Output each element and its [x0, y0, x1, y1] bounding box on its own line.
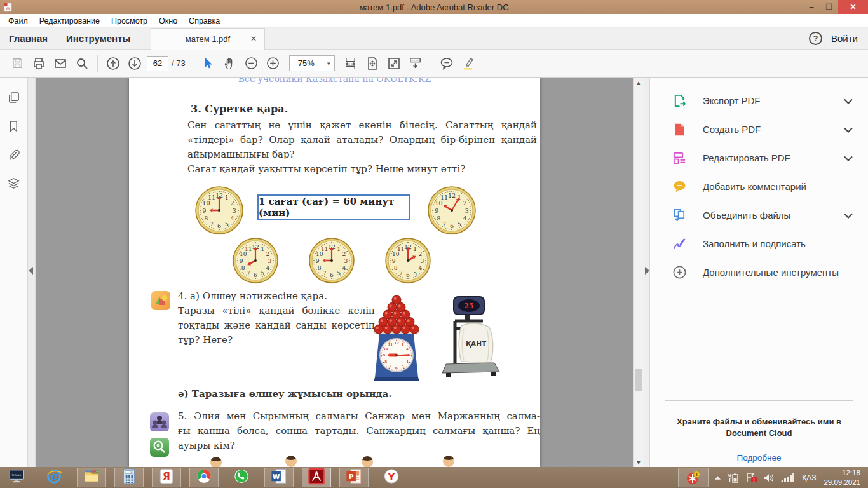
show-hidden-icons[interactable]: [714, 475, 721, 480]
task5-people-icon: [150, 412, 169, 431]
tab-home[interactable]: Главная: [9, 28, 48, 49]
help-icon[interactable]: ?: [809, 32, 822, 45]
expand-right-pane-icon[interactable]: [645, 267, 649, 274]
tool-comment[interactable]: Добавить комментарий: [650, 172, 868, 201]
yandex-icon: Я: [158, 468, 175, 487]
tool-edit-pdf[interactable]: Редактировать PDF: [650, 144, 868, 172]
clock-tray[interactable]: 12:18 29.09.2021: [824, 468, 863, 487]
create-pdf-icon: [671, 121, 688, 138]
svg-text:12: 12: [448, 192, 456, 199]
next-page-icon[interactable]: [124, 53, 146, 74]
hand-tool-icon[interactable]: [219, 53, 241, 74]
svg-text:!: !: [754, 477, 756, 483]
tab-document[interactable]: матем 1.pdf ✕: [151, 28, 265, 50]
chevron-down-icon[interactable]: [844, 152, 853, 164]
svg-text:Y: Y: [388, 471, 395, 482]
restore-button[interactable]: ❐: [820, 1, 838, 13]
power-battery-icon[interactable]: [727, 473, 740, 483]
zoom-in-icon[interactable]: [262, 53, 284, 74]
platform-scale-image: 25 ҚАНТ: [436, 295, 502, 381]
tool-fill-sign[interactable]: Заполнить и подписать: [650, 229, 868, 258]
taskbar-app-ybrowser[interactable]: Y: [377, 468, 406, 487]
svg-text:4: 4: [266, 265, 269, 271]
taskbar-app-powerpoint[interactable]: P: [339, 468, 369, 487]
search-icon[interactable]: [71, 53, 93, 74]
edit-pdf-icon: [671, 150, 688, 166]
learn-more-link[interactable]: Подробнее: [665, 453, 853, 463]
svg-text:4: 4: [463, 215, 467, 222]
svg-text:7: 7: [247, 270, 250, 276]
text-line: Сен сағаттың не үшін қажет екенін білесі…: [187, 118, 537, 133]
email-icon[interactable]: [50, 53, 71, 74]
menu-item-2[interactable]: Просмотр: [105, 14, 153, 28]
menu-item-3[interactable]: Окно: [153, 14, 183, 28]
sign-in-button[interactable]: Войти: [831, 33, 858, 44]
fit-page-icon[interactable]: [362, 53, 383, 74]
taskbar-app-word[interactable]: W: [264, 468, 294, 487]
volume-icon[interactable]: [763, 473, 775, 483]
print-icon[interactable]: [28, 53, 50, 74]
tools-panel: Экспорт PDFСоздать PDFРедактировать PDFД…: [649, 78, 868, 467]
taskbar-app-lenovo[interactable]: lenovo: [2, 468, 31, 487]
document-area[interactable]: Все учебники Казахстана на OKULYK.KZ 3. …: [36, 78, 633, 467]
taskbar-app-ie[interactable]: e: [39, 468, 69, 487]
chevron-down-icon[interactable]: [844, 210, 853, 221]
page-number-input[interactable]: [147, 56, 168, 71]
svg-text:3: 3: [344, 258, 348, 264]
tool-combine-files[interactable]: Объединить файлы: [650, 201, 868, 229]
taskbar-app-calculator[interactable]: 0: [114, 468, 144, 487]
taskbar-app-yandex[interactable]: Я: [152, 468, 181, 487]
scroll-up-icon[interactable]: ▲: [634, 78, 644, 88]
fullscreen-icon[interactable]: [383, 53, 405, 74]
taskbar-app-whatsapp[interactable]: [227, 468, 256, 487]
highlight-tool-icon[interactable]: [458, 53, 479, 74]
tool-more-tools[interactable]: Дополнительные инструменты: [650, 258, 868, 287]
action-center-flag-icon[interactable]: !: [745, 472, 757, 483]
hide-toolbar-icon[interactable]: [405, 53, 426, 74]
svg-text:8: 8: [437, 215, 440, 222]
network-signal-icon[interactable]: [781, 473, 794, 482]
tool-create-pdf[interactable]: Создать PDF: [650, 115, 868, 144]
menu-item-1[interactable]: Редактирование: [34, 14, 105, 28]
menu-item-0[interactable]: Файл: [3, 14, 34, 28]
zoom-level-dropdown[interactable]: 75% ▾: [289, 55, 335, 71]
attachments-icon[interactable]: [8, 149, 20, 161]
comment-icon: [671, 179, 688, 195]
right-pane-splitter[interactable]: [644, 78, 649, 467]
bookmarks-icon[interactable]: [8, 120, 19, 132]
svg-text:3: 3: [420, 258, 424, 264]
tool-export-pdf[interactable]: Экспорт PDF: [650, 86, 868, 115]
chevron-down-icon[interactable]: [844, 124, 853, 135]
svg-text:2: 2: [418, 251, 422, 257]
minimize-button[interactable]: –: [803, 1, 820, 13]
taskbar-app-chrome[interactable]: [189, 468, 219, 487]
vertical-scrollbar[interactable]: ▲ ▼: [633, 78, 644, 467]
scrollbar-thumb[interactable]: [635, 369, 642, 391]
taskbar-app-acrobat[interactable]: [302, 468, 331, 487]
tray-time: 12:18: [824, 468, 860, 478]
previous-page-icon[interactable]: [102, 53, 124, 74]
scroll-down-icon[interactable]: ▼: [634, 457, 644, 467]
select-tool-icon[interactable]: [198, 53, 219, 74]
language-indicator[interactable]: ҚАЗ: [800, 473, 818, 482]
left-pane-splitter[interactable]: [28, 78, 36, 467]
page-watermark-link[interactable]: Все учебники Казахстана на OKULYK.KZ: [129, 78, 540, 84]
layers-icon[interactable]: [8, 177, 20, 189]
zoom-out-icon[interactable]: [241, 53, 262, 74]
comment-tool-icon[interactable]: [436, 53, 458, 74]
save-icon[interactable]: [6, 53, 28, 74]
tab-tools[interactable]: Инструменты: [66, 28, 130, 49]
svg-text:5: 5: [261, 270, 264, 276]
taskbar-app-explorer[interactable]: [77, 468, 106, 487]
tray-date: 29.09.2021: [824, 478, 860, 487]
antivirus-tray-icon[interactable]: !: [678, 468, 709, 487]
tab-close-icon[interactable]: ✕: [250, 34, 257, 43]
collapse-left-pane-icon[interactable]: [29, 267, 33, 274]
fit-width-icon[interactable]: [340, 53, 362, 74]
chevron-down-icon[interactable]: [844, 95, 853, 107]
svg-text:3: 3: [233, 207, 236, 214]
ie-icon: e: [45, 468, 63, 487]
page-thumbnails-icon[interactable]: [8, 92, 20, 104]
menu-item-4[interactable]: Справка: [183, 14, 226, 28]
close-button[interactable]: ✕: [838, 0, 868, 14]
